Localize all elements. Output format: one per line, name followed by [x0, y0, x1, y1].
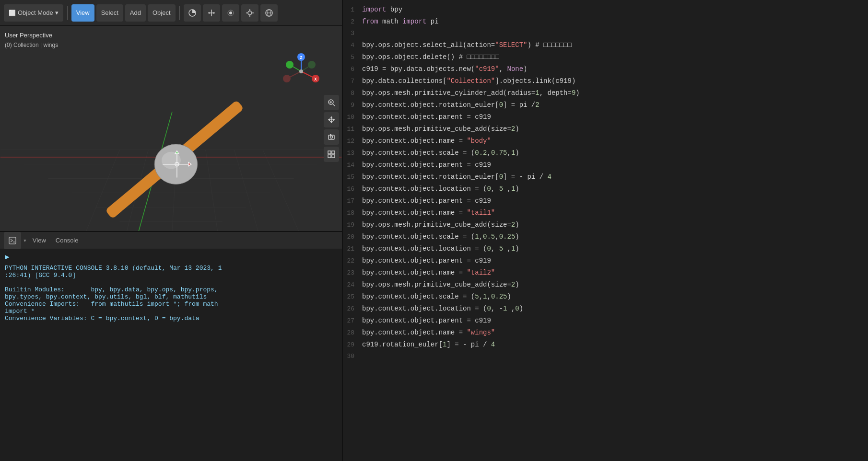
select-button[interactable]: Select — [96, 4, 123, 22]
snap-btn[interactable] — [241, 4, 258, 22]
code-token: ) — [515, 221, 519, 229]
code-token: c919 = bpy.data.objects.new( — [362, 65, 475, 73]
code-token: 2 — [511, 125, 515, 133]
global-btn[interactable] — [260, 4, 278, 22]
line-content: bpy.ops.mesh.primitive_cube_add(size=2) — [362, 279, 868, 290]
zoom-tool[interactable] — [324, 95, 339, 110]
table-row: 9bpy.context.object.rotation_euler[0] = … — [343, 99, 868, 111]
code-token: 5 — [499, 245, 503, 253]
code-token: , — [487, 293, 491, 300]
code-token: 2 — [535, 101, 539, 109]
line-content: c919 = bpy.data.objects.new("c919", None… — [362, 63, 868, 75]
svg-point-7 — [248, 11, 252, 15]
code-token: 0.25 — [491, 293, 507, 300]
line-content: bpy.context.object.name = "tail2" — [362, 267, 868, 278]
camera-tool[interactable] — [324, 129, 339, 145]
line-number: 14 — [343, 160, 362, 171]
line-content: bpy.ops.mesh.primitive_cylinder_add(radi… — [362, 87, 868, 99]
view-button[interactable]: View — [71, 4, 94, 22]
line-number: 23 — [343, 267, 362, 279]
line-number: 19 — [343, 219, 362, 231]
console-view-tab[interactable]: View — [29, 235, 50, 246]
code-token: 0 — [487, 245, 491, 253]
line-number: 30 — [343, 351, 362, 362]
bottom-panel: ▾ View Console ▶ PYTHON INTERACTIVE CONS… — [0, 231, 342, 461]
proportional-btn[interactable] — [222, 4, 239, 22]
object-mode-button[interactable]: ⬜ Object Mode ▾ — [4, 4, 63, 22]
code-token: ) — [523, 65, 527, 73]
line-content: bpy.ops.mesh.primitive_cube_add(size=2) — [362, 123, 868, 135]
line-number: 15 — [343, 172, 362, 183]
line-number: 22 — [343, 255, 362, 267]
table-row: 30 — [343, 351, 868, 362]
line-content: bpy.data.collections["Collection"].objec… — [362, 75, 868, 87]
3d-viewport[interactable]: User Perspective (0) Collection | wings … — [0, 26, 342, 231]
object-button[interactable]: Object — [148, 4, 176, 22]
code-token: "c919" — [475, 65, 499, 73]
line-content: bpy.context.object.parent = c919 — [362, 159, 868, 171]
code-token: bpy.context.object.parent = c919 — [362, 317, 491, 324]
table-row: 16bpy.context.object.location = (0, 5 ,1… — [343, 183, 868, 195]
code-token: 0.75 — [491, 149, 507, 157]
line-number: 18 — [343, 207, 362, 219]
line-number: 16 — [343, 184, 362, 195]
code-token: bpy.data.collections[ — [362, 77, 446, 85]
svg-rect-64 — [328, 155, 331, 158]
line-content: import bpy — [362, 4, 868, 15]
console-console-tab[interactable]: Console — [52, 235, 82, 246]
console-prompt-icon: ▶ — [5, 252, 337, 262]
code-token: pi — [426, 18, 438, 25]
table-row: 11bpy.ops.mesh.primitive_cube_add(size=2… — [343, 123, 868, 135]
line-number: 8 — [343, 88, 362, 99]
svg-point-50 — [299, 69, 303, 73]
console-output[interactable]: ▶ PYTHON INTERACTIVE CONSOLE 3.8.10 (def… — [0, 249, 342, 461]
code-token: 1 — [535, 89, 539, 97]
code-token: 0 — [487, 185, 491, 193]
table-row: 12bpy.context.object.name = "body" — [343, 135, 868, 147]
code-token: bpy.context.object.scale = ( — [362, 149, 475, 157]
code-token: math — [378, 18, 402, 25]
console-icon-btn[interactable] — [4, 232, 21, 249]
table-row: 3 — [343, 28, 868, 39]
code-token: bpy.ops.mesh.primitive_cube_add(size= — [362, 125, 511, 133]
line-number: 11 — [343, 124, 362, 135]
pan-tool[interactable] — [324, 112, 339, 127]
code-token: bpy.context.object.name = — [362, 137, 467, 145]
line-number: 26 — [343, 303, 362, 315]
code-token: ) — [507, 293, 511, 300]
code-token: , — [495, 233, 499, 241]
line-content: bpy.ops.object.delete() # □□□□□□□□ — [362, 51, 868, 63]
grid-tool[interactable] — [324, 147, 339, 162]
line-number: 10 — [343, 112, 362, 123]
add-button[interactable]: Add — [125, 4, 146, 22]
line-number: 25 — [343, 291, 362, 303]
code-token: , — [503, 245, 511, 253]
line-content: bpy.context.object.location = (0, -1 ,0) — [362, 303, 868, 314]
viewport-shading-btn[interactable] — [184, 4, 201, 22]
code-token: bpy.context.object.location = ( — [362, 305, 487, 312]
table-row: 26bpy.context.object.location = (0, -1 ,… — [343, 303, 868, 315]
code-editor[interactable]: 1import bpy2from math import pi34bpy.ops… — [343, 0, 868, 461]
code-token: 0.25 — [499, 233, 516, 241]
line-content: bpy.ops.mesh.primitive_cube_add(size=2) — [362, 219, 868, 230]
line-content: bpy.context.object.name = "body" — [362, 135, 868, 147]
svg-point-45 — [283, 75, 291, 82]
table-row: 1import bpy — [343, 4, 868, 16]
code-token: "tail1" — [467, 209, 495, 217]
line-number: 13 — [343, 148, 362, 159]
code-token: ) — [515, 149, 519, 157]
line-number: 24 — [343, 279, 362, 291]
line-content: bpy.ops.object.select_all(action="SELECT… — [362, 39, 868, 51]
line-content: bpy.context.object.scale = (1,0.5,0.25) — [362, 231, 868, 242]
axis-gizmo[interactable]: Z X — [282, 52, 320, 91]
code-token: bpy.ops.mesh.primitive_cylinder_add(radi… — [362, 89, 535, 97]
code-token: bpy.context.object.parent = c919 — [362, 113, 491, 121]
object-mode-icon: ⬜ — [9, 10, 16, 16]
code-token: bpy.context.object.rotation_euler[ — [362, 173, 499, 181]
line-content: bpy.context.object.rotation_euler[0] = p… — [362, 99, 868, 111]
svg-text:X: X — [314, 77, 317, 82]
line-number: 3 — [343, 28, 362, 39]
code-token: "body" — [467, 137, 491, 145]
code-token: import — [362, 6, 386, 13]
transform-btn[interactable] — [203, 4, 220, 22]
